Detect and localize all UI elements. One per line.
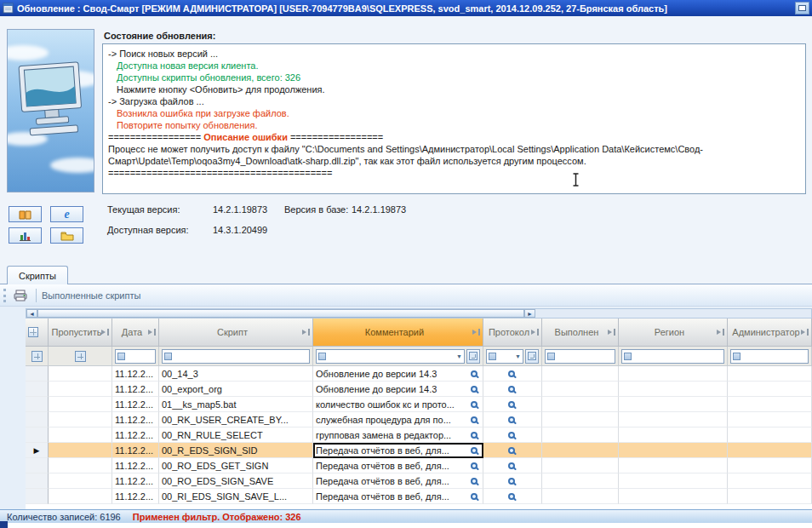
cell-script[interactable]: 00_RK_USER_CREATE_BY... — [159, 412, 313, 428]
pin-icon[interactable] — [101, 329, 109, 336]
cell-protocol[interactable] — [483, 366, 542, 382]
cell-script[interactable]: 00_RI_EDS_SIGN_SAVE_L... — [159, 489, 313, 504]
cell-skip[interactable] — [49, 366, 112, 382]
cell-skip[interactable] — [49, 489, 112, 504]
column-header-selector[interactable] — [26, 319, 49, 347]
column-header-admin[interactable]: Администратор — [728, 319, 812, 347]
executed-scripts-label[interactable]: Выполненные скрипты — [42, 290, 140, 301]
cell-date[interactable]: 11.12.2... — [112, 412, 159, 428]
cell-date[interactable]: 11.12.2... — [112, 382, 159, 397]
cell-date[interactable]: 11.12.2... — [112, 428, 159, 443]
cell-region[interactable] — [619, 458, 728, 473]
cell-admin[interactable] — [728, 412, 812, 428]
filter-input[interactable] — [115, 349, 156, 364]
cell-executed[interactable] — [542, 489, 619, 504]
filter-extra-button[interactable] — [525, 349, 539, 364]
cell-admin[interactable] — [728, 443, 812, 458]
cell-protocol[interactable] — [483, 473, 542, 489]
cell-script[interactable]: 00_RO_EDS_SIGN_SAVE — [159, 473, 313, 489]
cell-protocol[interactable] — [483, 489, 542, 504]
magnifier-icon[interactable] — [471, 401, 477, 408]
filter-input[interactable]: ▼ — [486, 349, 523, 364]
help-book-button[interactable] — [9, 206, 42, 222]
cell-executed[interactable] — [542, 382, 619, 397]
filter-protocol[interactable]: ▼ — [483, 347, 542, 366]
cell-region[interactable] — [619, 397, 728, 412]
report-chart-button[interactable] — [9, 227, 42, 244]
filter-date[interactable] — [112, 347, 159, 366]
cell-region[interactable] — [619, 412, 728, 428]
column-header-date[interactable]: Дата — [112, 319, 159, 347]
table-row[interactable]: 11.12.2... 00_14_3 Обновление до версии … — [26, 366, 812, 382]
cell-skip[interactable] — [49, 428, 112, 443]
pin-icon[interactable] — [717, 329, 724, 336]
cell-admin[interactable] — [728, 473, 812, 489]
column-header-comment[interactable]: Комментарий — [313, 319, 483, 347]
pin-icon[interactable] — [801, 329, 809, 336]
cell-skip[interactable] — [49, 473, 112, 489]
pin-icon[interactable] — [302, 329, 310, 336]
cell-comment[interactable]: групповая замена в редактор... — [313, 428, 483, 443]
scroll-left-arrow[interactable]: ◄ — [26, 309, 37, 318]
cell-comment[interactable]: служебная процедура для по... — [313, 412, 483, 428]
cell-region[interactable] — [619, 382, 728, 397]
filter-executed[interactable] — [542, 347, 619, 366]
cell-comment[interactable]: Передача отчётов в веб, для... — [313, 489, 483, 504]
cell-admin[interactable] — [728, 458, 812, 473]
cell-region[interactable] — [619, 366, 728, 382]
open-folder-button[interactable] — [50, 227, 83, 244]
pin-icon[interactable] — [608, 329, 615, 336]
cell-region[interactable] — [619, 473, 728, 489]
dropdown-arrow-icon[interactable]: ▼ — [515, 353, 521, 359]
table-row[interactable]: 11.12.2... 01__ks_map5.bat количество ош… — [26, 397, 812, 412]
cell-executed[interactable] — [542, 473, 619, 489]
pin-icon[interactable] — [148, 329, 156, 336]
cell-comment[interactable]: Обновление до версии 14.3 — [313, 382, 483, 397]
magnifier-icon[interactable] — [508, 370, 515, 377]
cell-date[interactable]: 11.12.2... — [112, 473, 159, 489]
pin-icon[interactable] — [472, 329, 480, 336]
table-row[interactable]: ▶ 11.12.2... 00_R_EDS_SIGN_SID Передача … — [26, 443, 812, 458]
cell-protocol[interactable] — [483, 443, 542, 458]
table-row[interactable]: 11.12.2... 00_RN_RULE_SELECT групповая з… — [26, 428, 812, 443]
magnifier-icon[interactable] — [508, 386, 515, 393]
cell-region[interactable] — [619, 443, 728, 458]
cell-date[interactable]: 11.12.2... — [112, 458, 159, 473]
pin-icon[interactable] — [531, 329, 539, 336]
tab-scripts[interactable]: Скрипты — [7, 266, 68, 284]
magnifier-icon[interactable] — [471, 493, 477, 500]
cell-comment[interactable]: Передача отчётов в веб, для... — [313, 473, 483, 489]
cell-protocol[interactable] — [483, 412, 542, 428]
horizontal-scrollbar[interactable]: ◄ ► — [26, 308, 812, 319]
column-header-executed[interactable]: Выполнен — [542, 319, 619, 347]
cell-admin[interactable] — [728, 428, 812, 443]
cell-date[interactable]: 11.12.2... — [112, 443, 159, 458]
cell-date[interactable]: 11.12.2... — [112, 366, 159, 382]
cell-protocol[interactable] — [483, 428, 542, 443]
print-button[interactable] — [10, 287, 31, 304]
filter-input[interactable]: ▼ — [316, 349, 465, 364]
table-row[interactable]: 11.12.2... 00_RI_EDS_SIGN_SAVE_L... Пере… — [26, 489, 812, 504]
magnifier-icon[interactable] — [471, 416, 477, 423]
magnifier-icon[interactable] — [508, 401, 515, 408]
filter-skip[interactable] — [49, 347, 112, 366]
cell-comment[interactable]: количество ошибок кс и прото... — [313, 397, 483, 412]
cell-region[interactable] — [619, 489, 728, 504]
table-row[interactable]: 11.12.2... 00_RK_USER_CREATE_BY... служе… — [26, 412, 812, 428]
filter-input[interactable] — [545, 349, 615, 364]
cell-admin[interactable] — [728, 366, 812, 382]
filter-input[interactable] — [621, 349, 724, 364]
cell-script[interactable]: 00_R_EDS_SIGN_SID — [159, 443, 313, 458]
magnifier-icon[interactable] — [471, 478, 477, 485]
cell-admin[interactable] — [728, 397, 812, 412]
table-row[interactable]: 11.12.2... 00_export_org Обновление до в… — [26, 382, 812, 397]
cell-comment[interactable]: Передача отчётов в веб, для... — [313, 458, 483, 473]
cell-date[interactable]: 11.12.2... — [112, 489, 159, 504]
filter-region[interactable] — [619, 347, 728, 366]
magnifier-icon[interactable] — [471, 386, 477, 393]
column-header-region[interactable]: Регион — [619, 319, 728, 347]
magnifier-icon[interactable] — [508, 493, 515, 500]
cell-script[interactable]: 00_RN_RULE_SELECT — [159, 428, 313, 443]
cell-protocol[interactable] — [483, 458, 542, 473]
cell-protocol[interactable] — [483, 382, 542, 397]
